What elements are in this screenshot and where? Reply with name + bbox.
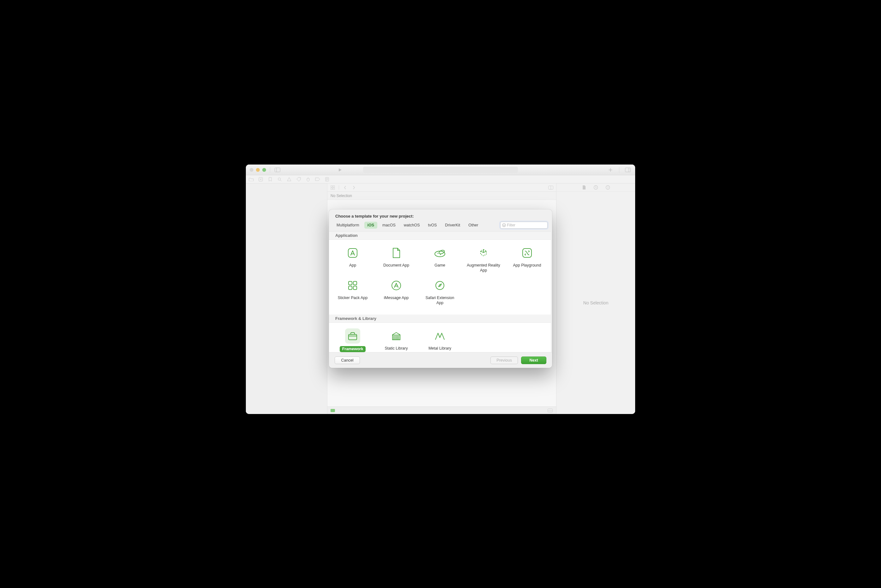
- framework-icon: [345, 328, 360, 344]
- imessage-icon: [389, 278, 404, 293]
- traffic-lights: [250, 168, 266, 172]
- svg-marker-2: [339, 168, 341, 171]
- nav-forward-icon[interactable]: [351, 185, 357, 190]
- svg-rect-19: [548, 409, 553, 412]
- svg-rect-0: [275, 168, 280, 172]
- platform-tab-driverkit[interactable]: DriverKit: [442, 222, 463, 229]
- metal-icon: [432, 328, 448, 344]
- template-framework[interactable]: Framework: [331, 327, 374, 352]
- svg-point-36: [436, 281, 444, 290]
- navigator-toggle-icon[interactable]: [274, 166, 281, 173]
- source-control-icon[interactable]: [258, 177, 263, 182]
- svg-point-35: [392, 281, 401, 290]
- svg-rect-14: [333, 186, 335, 187]
- section-header: Framework & Library: [329, 315, 551, 323]
- template-label: App Playground: [513, 263, 541, 268]
- sticker-icon: [345, 278, 360, 293]
- document-icon: [389, 245, 404, 261]
- filter-field-wrap[interactable]: [500, 222, 547, 229]
- debug-activity-icon: [331, 409, 335, 412]
- template-augmented-reality-app[interactable]: Augmented Reality App: [462, 243, 505, 276]
- svg-rect-33: [349, 286, 352, 290]
- cancel-button[interactable]: Cancel: [335, 357, 360, 364]
- history-inspector-icon[interactable]: [593, 185, 599, 190]
- template-label: App: [349, 263, 356, 268]
- template-label: Sticker Pack App: [338, 296, 368, 301]
- tag-icon[interactable]: [296, 177, 301, 182]
- template-app[interactable]: App: [331, 243, 374, 276]
- previous-button: Previous: [490, 357, 518, 364]
- svg-rect-15: [331, 188, 332, 189]
- titlebar: [246, 165, 635, 175]
- playground-icon: [520, 245, 535, 261]
- svg-rect-16: [333, 188, 335, 189]
- template-app-playground[interactable]: App Playground: [505, 243, 549, 276]
- svg-rect-3: [625, 168, 631, 172]
- svg-point-6: [278, 178, 281, 180]
- staticlib-icon: [389, 328, 404, 344]
- breakpoint-icon[interactable]: [315, 177, 320, 182]
- game-icon: [432, 245, 448, 261]
- debug-icon[interactable]: [305, 177, 311, 182]
- template-sticker-pack-app[interactable]: Sticker Pack App: [331, 276, 374, 309]
- template-grid: AppDocument AppGameAugmented Reality App…: [329, 240, 551, 315]
- sheet-title: Choose a template for your new project:: [329, 209, 552, 222]
- ar-icon: [476, 245, 491, 261]
- library-toggle-icon[interactable]: [624, 166, 631, 173]
- debug-bar: [327, 406, 556, 414]
- close-button[interactable]: [250, 168, 253, 172]
- svg-line-7: [280, 180, 281, 181]
- svg-text:?: ?: [607, 186, 609, 189]
- template-game[interactable]: Game: [418, 243, 462, 276]
- filter-input[interactable]: [507, 223, 546, 227]
- platform-tab-watchos[interactable]: watchOS: [401, 222, 423, 229]
- platform-tab-ios[interactable]: iOS: [364, 222, 377, 229]
- template-label: Document App: [383, 263, 409, 268]
- svg-point-27: [439, 249, 445, 255]
- svg-rect-37: [349, 334, 357, 340]
- nav-back-icon[interactable]: [342, 185, 348, 190]
- template-document-app[interactable]: Document App: [374, 243, 418, 276]
- file-inspector-icon[interactable]: [581, 185, 587, 190]
- platform-tab-macos[interactable]: macOS: [379, 222, 399, 229]
- template-metal-library[interactable]: Metal Library: [418, 327, 462, 352]
- new-project-sheet: Choose a template for your new project: …: [329, 209, 552, 368]
- navigator-tab-bar: [246, 175, 635, 183]
- issue-icon[interactable]: [286, 177, 292, 182]
- template-safari-extension-app[interactable]: Safari Extension App: [418, 276, 462, 309]
- zoom-button[interactable]: [262, 168, 266, 172]
- console-toggle-icon[interactable]: [547, 408, 553, 413]
- sheet-footer: Cancel Previous Next: [329, 352, 552, 368]
- template-static-library[interactable]: Static Library: [374, 327, 418, 352]
- svg-rect-13: [331, 186, 332, 187]
- editor-grid-icon[interactable]: [330, 185, 335, 190]
- report-icon[interactable]: [324, 177, 330, 182]
- platform-tab-other[interactable]: Other: [465, 222, 481, 229]
- jump-bar: No Selection: [327, 192, 556, 200]
- template-label: Metal Library: [428, 346, 451, 351]
- template-label: iMessage App: [384, 296, 409, 301]
- template-label: Augmented Reality App: [466, 263, 501, 273]
- template-label: Static Library: [385, 346, 408, 351]
- template-label: Safari Extension App: [422, 296, 457, 305]
- next-button[interactable]: Next: [521, 357, 546, 364]
- platform-tab-tvos[interactable]: tvOS: [425, 222, 440, 229]
- minimize-button[interactable]: [256, 168, 260, 172]
- editor-options-icon[interactable]: [548, 185, 554, 190]
- inspector-panel: ? No Selection: [556, 183, 635, 414]
- folder-icon[interactable]: [248, 177, 254, 182]
- no-selection-label: No Selection: [331, 194, 352, 198]
- plus-icon[interactable]: [607, 166, 614, 173]
- svg-rect-25: [348, 249, 357, 257]
- template-list[interactable]: ApplicationAppDocument AppGameAugmented …: [329, 231, 551, 352]
- bookmark-icon[interactable]: [267, 177, 273, 182]
- template-imessage-app[interactable]: iMessage App: [374, 276, 418, 309]
- inspector-no-selection-label: No Selection: [583, 300, 608, 305]
- svg-point-29: [440, 254, 441, 255]
- safari-icon: [432, 278, 448, 293]
- help-inspector-icon[interactable]: ?: [605, 185, 611, 190]
- template-grid: FrameworkStatic LibraryMetal Library: [329, 323, 551, 352]
- platform-tab-multiplatform[interactable]: Multiplatform: [334, 222, 362, 229]
- run-button-icon[interactable]: [337, 166, 343, 173]
- find-icon[interactable]: [277, 177, 283, 182]
